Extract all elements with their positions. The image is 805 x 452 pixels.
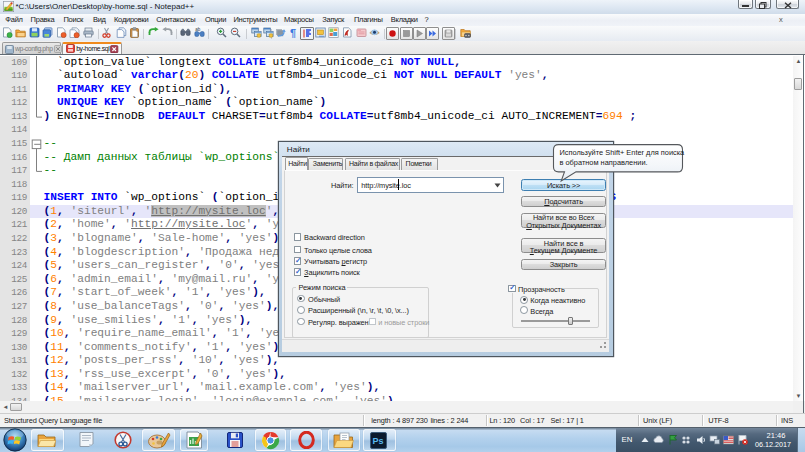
svg-text:Ps: Ps — [372, 436, 383, 446]
svg-text:¶: ¶ — [290, 27, 296, 38]
svg-text:ab: ab — [195, 27, 201, 32]
